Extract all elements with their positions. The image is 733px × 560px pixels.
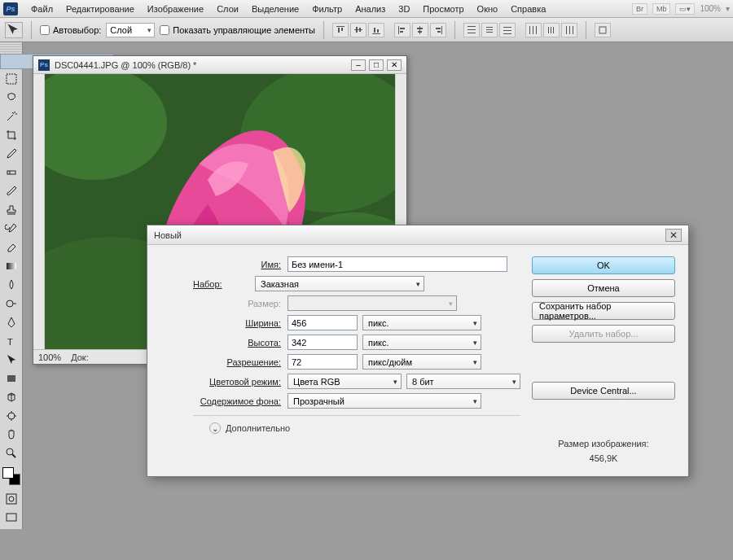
- menu-filter[interactable]: Фильтр: [305, 2, 349, 16]
- svg-rect-22: [486, 29, 493, 30]
- dist-hcenter-icon[interactable]: [543, 23, 560, 37]
- menu-layers[interactable]: Слои: [210, 2, 245, 16]
- type-tool-icon[interactable]: T: [2, 332, 21, 350]
- autoselect-checkbox[interactable]: Автовыбор:: [40, 25, 101, 35]
- dialog-close-button[interactable]: ✕: [665, 229, 682, 242]
- show-controls-checkbox[interactable]: Показать управляющие элементы: [160, 25, 315, 35]
- zoom-dropdown-icon[interactable]: ▾: [726, 4, 730, 13]
- device-central-button[interactable]: Device Central...: [532, 382, 675, 400]
- menu-window[interactable]: Окно: [471, 2, 505, 16]
- svg-rect-37: [7, 74, 16, 84]
- new-document-dialog: Новый ✕ Имя: Без имени-1 Набор: Заказная…: [147, 225, 689, 477]
- ok-button[interactable]: OK: [532, 256, 675, 274]
- dist-left-icon[interactable]: [525, 23, 542, 37]
- color-swatches[interactable]: [2, 467, 20, 485]
- minimize-button[interactable]: –: [351, 59, 366, 71]
- save-preset-button[interactable]: Сохранить набор параметров...: [532, 302, 675, 320]
- toolbox-grip[interactable]: [0, 44, 22, 52]
- resolution-unit-dropdown[interactable]: пикс/дюйм: [362, 354, 481, 370]
- screenmode-icon[interactable]: [2, 509, 21, 527]
- stamp-tool-icon[interactable]: [2, 201, 21, 219]
- dist-right-icon[interactable]: [561, 23, 577, 37]
- pen-tool-icon[interactable]: [2, 313, 21, 331]
- brush-tool-icon[interactable]: [2, 182, 21, 200]
- 3d-camera-tool-icon[interactable]: [2, 407, 21, 425]
- svg-rect-48: [7, 494, 16, 504]
- svg-rect-11: [400, 31, 403, 33]
- menu-analysis[interactable]: Анализ: [349, 2, 392, 16]
- eraser-tool-icon[interactable]: [2, 238, 21, 256]
- separator: [31, 21, 32, 39]
- separator: [586, 21, 586, 39]
- gradient-tool-icon[interactable]: [2, 257, 21, 275]
- document-titlebar[interactable]: Ps DSC04441.JPG @ 100% (RGB/8) * – □ ✕: [33, 56, 406, 74]
- svg-rect-12: [419, 26, 420, 34]
- maximize-button[interactable]: □: [369, 59, 384, 71]
- eyedropper-tool-icon[interactable]: [2, 145, 21, 163]
- height-unit-dropdown[interactable]: пикс.: [362, 335, 481, 350]
- launch-bridge-icon[interactable]: Br: [632, 3, 647, 15]
- align-vcenter-icon[interactable]: [350, 23, 366, 37]
- image-size-label: Размер изображения:: [532, 437, 675, 452]
- width-unit-dropdown[interactable]: пикс.: [362, 315, 481, 330]
- menu-3d[interactable]: 3D: [392, 2, 416, 16]
- name-input[interactable]: Без имени-1: [287, 256, 507, 272]
- rectangle-tool-icon[interactable]: [2, 370, 21, 387]
- menubar: Ps Файл Редактирование Изображение Слои …: [0, 0, 733, 18]
- advanced-toggle[interactable]: ⌄ Дополнительно: [209, 422, 520, 434]
- document-icon: Ps: [38, 59, 50, 71]
- dialog-titlebar[interactable]: Новый ✕: [147, 225, 688, 245]
- align-right-icon[interactable]: [430, 23, 446, 37]
- svg-rect-1: [338, 28, 340, 33]
- align-hcenter-icon[interactable]: [412, 23, 428, 37]
- move-tool-options-icon[interactable]: [5, 22, 23, 38]
- history-brush-tool-icon[interactable]: [2, 220, 21, 238]
- align-left-icon[interactable]: [394, 23, 410, 37]
- align-bottom-icon[interactable]: [368, 23, 384, 37]
- align-top-icon[interactable]: [332, 23, 349, 37]
- height-input[interactable]: 342: [287, 335, 358, 350]
- menu-edit[interactable]: Редактирование: [59, 2, 141, 16]
- zoom-level[interactable]: 100%: [700, 4, 721, 13]
- bg-contents-dropdown[interactable]: Прозрачный: [287, 393, 481, 409]
- cancel-button[interactable]: Отмена: [532, 279, 675, 297]
- mini-bridge-icon[interactable]: Mb: [652, 3, 671, 15]
- path-select-tool-icon[interactable]: [2, 351, 21, 369]
- screen-mode-icon[interactable]: ▭▾: [675, 3, 695, 15]
- lasso-tool-icon[interactable]: [2, 89, 21, 107]
- hand-tool-icon[interactable]: [2, 426, 21, 444]
- menu-image[interactable]: Изображение: [141, 2, 210, 16]
- heal-tool-icon[interactable]: [2, 164, 21, 182]
- menu-file[interactable]: Файл: [24, 2, 59, 16]
- dist-vcenter-icon[interactable]: [481, 23, 498, 37]
- status-doc-label[interactable]: Док:: [71, 352, 89, 362]
- auto-align-icon[interactable]: [595, 23, 611, 37]
- resolution-input[interactable]: 72: [287, 354, 358, 370]
- crop-tool-icon[interactable]: [2, 126, 21, 144]
- menu-help[interactable]: Справка: [504, 2, 552, 16]
- autoselect-dropdown[interactable]: Слой: [106, 23, 155, 37]
- menu-select[interactable]: Выделение: [245, 2, 305, 16]
- zoom-tool-icon[interactable]: [2, 444, 21, 462]
- menu-view[interactable]: Просмотр: [416, 2, 470, 16]
- svg-text:T: T: [7, 337, 13, 347]
- blur-tool-icon[interactable]: [2, 276, 21, 294]
- color-depth-dropdown[interactable]: 8 бит: [406, 374, 520, 389]
- svg-rect-26: [503, 33, 511, 34]
- name-label: Имя:: [160, 260, 287, 269]
- dodge-tool-icon[interactable]: [2, 295, 21, 313]
- 3d-tool-icon[interactable]: [2, 388, 21, 406]
- preset-dropdown[interactable]: Заказная: [255, 276, 424, 291]
- status-zoom[interactable]: 100%: [38, 352, 61, 362]
- options-bar: Автовыбор: Слой Показать управляющие эле…: [0, 18, 733, 42]
- foreground-color-swatch[interactable]: [2, 467, 14, 479]
- marquee-tool-icon[interactable]: [2, 70, 21, 88]
- wand-tool-icon[interactable]: [2, 107, 21, 125]
- quickmask-icon[interactable]: [2, 490, 21, 508]
- width-input[interactable]: 456: [287, 315, 358, 330]
- close-button[interactable]: ✕: [387, 59, 402, 71]
- svg-rect-10: [400, 28, 405, 29]
- color-mode-dropdown[interactable]: Цвета RGB: [287, 374, 402, 389]
- dist-bottom-icon[interactable]: [499, 23, 516, 37]
- dist-top-icon[interactable]: [463, 23, 480, 37]
